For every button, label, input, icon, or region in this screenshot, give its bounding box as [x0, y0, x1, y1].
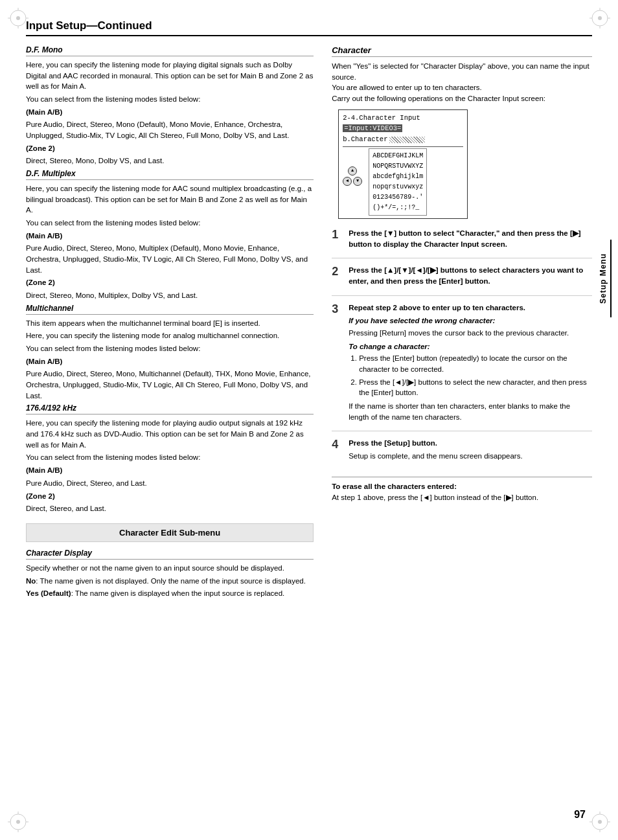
section-freq: 176.4/192 kHz Here, you can specify the …: [26, 403, 314, 514]
step-1-number: 1: [332, 228, 343, 251]
hatch-indicator: [389, 137, 425, 143]
section-body-char-display: Specify whether or not the name given to…: [26, 563, 314, 599]
section-multichannel: Multichannel This item appears when the …: [26, 304, 314, 402]
char-row-6: ()+*/=,:;!?_: [372, 203, 423, 213]
section-body-df-multiplex: Here, you can specify the listening mode…: [26, 183, 314, 301]
step-4-main: Press the [Setup] button.: [349, 438, 592, 449]
screen-line1: 2-4.Character Input: [343, 113, 463, 124]
corner-br: [587, 809, 613, 835]
char-row-3: abcdefghijklm: [372, 172, 423, 182]
step-3-content: Repeat step 2 above to enter up to ten c…: [349, 302, 592, 425]
corner-bl: [5, 809, 31, 835]
step-3-detail-blanks: If the name is shorter than ten characte…: [349, 401, 592, 422]
step-2-number: 2: [332, 265, 343, 288]
section-title-df-multiplex: D.F. Multiplex: [26, 169, 314, 180]
left-column: D.F. Mono Here, you can specify the list…: [26, 45, 314, 602]
up-btn[interactable]: ▲: [348, 166, 357, 176]
char-input-screen-wrapper: 2-4.Character Input =Input:VIDEO3= b.Cha…: [338, 109, 592, 219]
nav-cluster: ▲ ◄ ▼: [343, 148, 362, 216]
step-4-detail: Setup is complete, and the menu screen d…: [349, 451, 592, 462]
section-body-freq: Here, you can specify the listening mode…: [26, 418, 314, 514]
section-body-multichannel: This item appears when the multichannel …: [26, 318, 314, 402]
corner-tl: [5, 5, 31, 31]
down-btn[interactable]: ▼: [353, 177, 362, 186]
step-1-content: Press the [▼] button to select "Characte…: [349, 228, 592, 251]
char-table: ABCDEFGHIJKLM NOPQRSTUVWXYZ abcdefghijkl…: [369, 148, 427, 216]
corner-tr: [587, 5, 613, 31]
page-number: 97: [574, 809, 586, 821]
char-row-1: ABCDEFGHIJKLM: [372, 151, 423, 161]
char-input-screen: 2-4.Character Input =Input:VIDEO3= b.Cha…: [338, 109, 468, 219]
step-2-content: Press the [▲]/[▼]/[◄]/[▶] buttons to sel…: [349, 265, 592, 288]
char-screen-box: 2-4.Character Input =Input:VIDEO3= b.Cha…: [338, 109, 468, 219]
svg-point-1: [16, 16, 20, 20]
section-title-char-display: Character Display: [26, 549, 314, 560]
svg-point-7: [598, 16, 602, 20]
step-1-main: Press the [▼] button to select "Characte…: [349, 228, 592, 249]
screen-line3: b.Character: [343, 134, 387, 145]
two-col-layout: D.F. Mono Here, you can specify the list…: [26, 45, 592, 602]
right-column: Character When "Yes" is selected for "Ch…: [332, 45, 592, 602]
left-btn[interactable]: ◄: [343, 177, 352, 186]
step-3-sub-change: To change a character:: [349, 341, 592, 352]
erase-title: To erase all the characters entered:: [332, 482, 457, 490]
section-df-multiplex: D.F. Multiplex Here, you can specify the…: [26, 169, 314, 301]
step-3-main: Repeat step 2 above to enter up to ten c…: [349, 302, 592, 313]
character-title: Character: [332, 45, 592, 57]
step-2: 2 Press the [▲]/[▼]/[◄]/[▶] buttons to s…: [332, 265, 592, 295]
char-row-2: NOPQRSTUVWXYZ: [372, 161, 423, 172]
step-3-change-list: Press the [Enter] button (repeatedly) to…: [359, 353, 592, 398]
step-3-change-item-1: Press the [Enter] button (repeatedly) to…: [359, 353, 592, 374]
char-row-4: nopqrstuvwxyz: [372, 182, 423, 192]
svg-point-19: [598, 820, 602, 824]
section-body-df-mono: Here, you can specify the listening mode…: [26, 60, 314, 166]
step-3-number: 3: [332, 302, 343, 425]
step-3-sub-wrong: If you have selected the wrong character…: [349, 315, 592, 326]
screen-line2-highlight: =Input:VIDEO3=: [343, 124, 402, 132]
setup-menu-sidebar: Setup Menu: [599, 240, 612, 317]
section-character: Character When "Yes" is selected for "Ch…: [332, 45, 592, 219]
step-4-number: 4: [332, 438, 343, 463]
section-df-mono: D.F. Mono Here, you can specify the list…: [26, 45, 314, 166]
erase-note: To erase all the characters entered: At …: [332, 477, 592, 503]
step-3: 3 Repeat step 2 above to enter up to ten…: [332, 302, 592, 432]
section-title-df-mono: D.F. Mono: [26, 45, 314, 56]
step-2-main: Press the [▲]/[▼]/[◄]/[▶] buttons to sel…: [349, 265, 592, 286]
page-container: Input Setup—Continued D.F. Mono Here, yo…: [0, 0, 618, 840]
svg-point-13: [16, 820, 20, 824]
page-title: Input Setup—Continued: [26, 19, 592, 32]
character-intro: When "Yes" is selected for "Character Di…: [332, 61, 592, 104]
page-header: Input Setup—Continued: [26, 19, 592, 36]
char-edit-box: Character Edit Sub-menu: [26, 523, 314, 542]
step-3-detail-wrong: Pressing [Return] moves the cursor back …: [349, 328, 592, 339]
step-4: 4 Press the [Setup] button. Setup is com…: [332, 438, 592, 470]
steps-container: 1 Press the [▼] button to select "Charac…: [332, 228, 592, 470]
char-row-5: 0123456789-.': [372, 192, 423, 203]
erase-body: At step 1 above, press the [◄] button in…: [332, 492, 592, 503]
step-1: 1 Press the [▼] button to select "Charac…: [332, 228, 592, 258]
step-3-change-item-2: Press the [◄]/[▶] buttons to select the …: [359, 377, 592, 398]
step-4-content: Press the [Setup] button. Setup is compl…: [349, 438, 592, 463]
section-title-multichannel: Multichannel: [26, 304, 314, 315]
section-char-display: Character Display Specify whether or not…: [26, 549, 314, 599]
section-title-freq: 176.4/192 kHz: [26, 403, 314, 414]
